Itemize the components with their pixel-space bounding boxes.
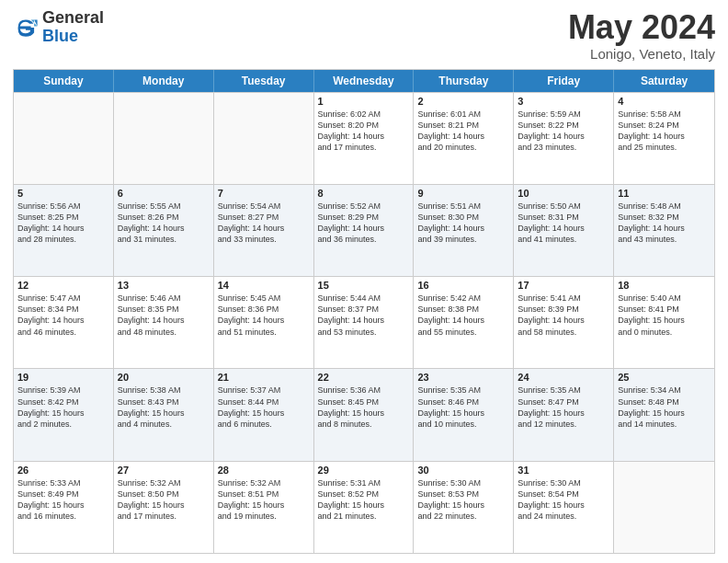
day-number: 23 xyxy=(417,372,509,383)
day-number: 22 xyxy=(318,372,410,383)
day-cell-12: 12Sunrise: 5:47 AM Sunset: 8:34 PM Dayli… xyxy=(14,277,114,368)
calendar-body: 1Sunrise: 6:02 AM Sunset: 8:20 PM Daylig… xyxy=(14,92,714,553)
header-cell-monday: Monday xyxy=(114,70,214,92)
day-number: 3 xyxy=(518,96,609,107)
day-cell-15: 15Sunrise: 5:44 AM Sunset: 8:37 PM Dayli… xyxy=(314,277,415,368)
day-info: Sunrise: 5:35 AM Sunset: 8:47 PM Dayligh… xyxy=(518,385,609,430)
day-info: Sunrise: 5:44 AM Sunset: 8:37 PM Dayligh… xyxy=(318,293,410,338)
day-info: Sunrise: 5:30 AM Sunset: 8:53 PM Dayligh… xyxy=(417,477,509,523)
day-info: Sunrise: 5:30 AM Sunset: 8:54 PM Dayligh… xyxy=(518,477,609,523)
day-info: Sunrise: 5:59 AM Sunset: 8:22 PM Dayligh… xyxy=(518,109,609,154)
page: General Blue May 2024 Lonigo, Veneto, It… xyxy=(0,0,728,563)
day-number: 7 xyxy=(218,188,310,199)
day-number: 10 xyxy=(518,188,609,199)
day-info: Sunrise: 5:32 AM Sunset: 8:50 PM Dayligh… xyxy=(118,477,210,523)
day-info: Sunrise: 5:54 AM Sunset: 8:27 PM Dayligh… xyxy=(218,201,310,246)
day-number: 29 xyxy=(318,465,410,476)
day-info: Sunrise: 5:31 AM Sunset: 8:52 PM Dayligh… xyxy=(318,477,410,523)
day-cell-7: 7Sunrise: 5:54 AM Sunset: 8:27 PM Daylig… xyxy=(214,185,314,276)
day-cell-4: 4Sunrise: 5:58 AM Sunset: 8:24 PM Daylig… xyxy=(614,93,714,184)
day-number: 9 xyxy=(417,188,509,199)
day-cell-2: 2Sunrise: 6:01 AM Sunset: 8:21 PM Daylig… xyxy=(414,93,514,184)
day-cell-22: 22Sunrise: 5:36 AM Sunset: 8:45 PM Dayli… xyxy=(314,369,415,460)
day-cell-30: 30Sunrise: 5:30 AM Sunset: 8:53 PM Dayli… xyxy=(414,462,514,553)
day-number: 1 xyxy=(318,96,410,107)
day-cell-6: 6Sunrise: 5:55 AM Sunset: 8:26 PM Daylig… xyxy=(114,185,214,276)
calendar-row-3: 12Sunrise: 5:47 AM Sunset: 8:34 PM Dayli… xyxy=(14,276,714,368)
day-number: 13 xyxy=(118,280,210,291)
day-info: Sunrise: 5:48 AM Sunset: 8:32 PM Dayligh… xyxy=(618,201,711,246)
header-cell-tuesday: Tuesday xyxy=(214,70,314,92)
day-cell-29: 29Sunrise: 5:31 AM Sunset: 8:52 PM Dayli… xyxy=(314,462,415,553)
day-info: Sunrise: 5:58 AM Sunset: 8:24 PM Dayligh… xyxy=(618,109,711,154)
day-number: 15 xyxy=(318,280,410,291)
day-info: Sunrise: 5:39 AM Sunset: 8:42 PM Dayligh… xyxy=(17,385,109,430)
empty-cell xyxy=(614,462,714,553)
calendar-row-1: 1Sunrise: 6:02 AM Sunset: 8:20 PM Daylig… xyxy=(14,92,714,184)
calendar-row-2: 5Sunrise: 5:56 AM Sunset: 8:25 PM Daylig… xyxy=(14,184,714,276)
logo-line2: Blue xyxy=(42,28,104,46)
logo: General Blue xyxy=(13,9,104,46)
day-info: Sunrise: 5:38 AM Sunset: 8:43 PM Dayligh… xyxy=(118,385,210,430)
day-number: 5 xyxy=(17,188,109,199)
day-cell-27: 27Sunrise: 5:32 AM Sunset: 8:50 PM Dayli… xyxy=(114,462,214,553)
day-info: Sunrise: 5:37 AM Sunset: 8:44 PM Dayligh… xyxy=(218,385,310,430)
day-number: 20 xyxy=(118,372,210,383)
day-info: Sunrise: 5:52 AM Sunset: 8:29 PM Dayligh… xyxy=(318,201,410,246)
day-number: 2 xyxy=(417,96,509,107)
day-cell-9: 9Sunrise: 5:51 AM Sunset: 8:30 PM Daylig… xyxy=(414,185,514,276)
day-info: Sunrise: 5:34 AM Sunset: 8:48 PM Dayligh… xyxy=(618,385,711,430)
header-cell-wednesday: Wednesday xyxy=(314,70,415,92)
day-number: 4 xyxy=(618,96,711,107)
day-number: 14 xyxy=(218,280,310,291)
day-cell-5: 5Sunrise: 5:56 AM Sunset: 8:25 PM Daylig… xyxy=(14,185,114,276)
calendar-row-5: 26Sunrise: 5:33 AM Sunset: 8:49 PM Dayli… xyxy=(14,461,714,553)
day-number: 26 xyxy=(17,465,109,476)
day-number: 8 xyxy=(318,188,410,199)
header-cell-friday: Friday xyxy=(514,70,614,92)
empty-cell xyxy=(114,93,214,184)
logo-text: General Blue xyxy=(42,9,104,46)
calendar-header: SundayMondayTuesdayWednesdayThursdayFrid… xyxy=(14,70,714,92)
day-number: 28 xyxy=(218,465,310,476)
day-cell-10: 10Sunrise: 5:50 AM Sunset: 8:31 PM Dayli… xyxy=(514,185,614,276)
day-number: 11 xyxy=(618,188,711,199)
day-info: Sunrise: 5:56 AM Sunset: 8:25 PM Dayligh… xyxy=(17,201,109,246)
day-number: 12 xyxy=(17,280,109,291)
day-cell-18: 18Sunrise: 5:40 AM Sunset: 8:41 PM Dayli… xyxy=(614,277,714,368)
day-info: Sunrise: 5:50 AM Sunset: 8:31 PM Dayligh… xyxy=(518,201,609,246)
calendar-subtitle: Lonigo, Veneto, Italy xyxy=(568,46,715,62)
day-info: Sunrise: 5:46 AM Sunset: 8:35 PM Dayligh… xyxy=(118,293,210,338)
day-info: Sunrise: 6:01 AM Sunset: 8:21 PM Dayligh… xyxy=(417,109,509,154)
title-block: May 2024 Lonigo, Veneto, Italy xyxy=(568,9,715,62)
day-info: Sunrise: 5:33 AM Sunset: 8:49 PM Dayligh… xyxy=(17,477,109,523)
header: General Blue May 2024 Lonigo, Veneto, It… xyxy=(13,9,715,62)
day-info: Sunrise: 5:32 AM Sunset: 8:51 PM Dayligh… xyxy=(218,477,310,523)
day-cell-17: 17Sunrise: 5:41 AM Sunset: 8:39 PM Dayli… xyxy=(514,277,614,368)
day-cell-31: 31Sunrise: 5:30 AM Sunset: 8:54 PM Dayli… xyxy=(514,462,614,553)
day-info: Sunrise: 5:55 AM Sunset: 8:26 PM Dayligh… xyxy=(118,201,210,246)
day-number: 19 xyxy=(17,372,109,383)
day-number: 16 xyxy=(417,280,509,291)
calendar: SundayMondayTuesdayWednesdayThursdayFrid… xyxy=(13,69,715,554)
day-number: 21 xyxy=(218,372,310,383)
day-number: 31 xyxy=(518,465,609,476)
day-cell-26: 26Sunrise: 5:33 AM Sunset: 8:49 PM Dayli… xyxy=(14,462,114,553)
header-cell-sunday: Sunday xyxy=(14,70,114,92)
day-number: 18 xyxy=(618,280,711,291)
empty-cell xyxy=(214,93,314,184)
day-info: Sunrise: 5:41 AM Sunset: 8:39 PM Dayligh… xyxy=(518,293,609,338)
day-number: 30 xyxy=(417,465,509,476)
day-cell-28: 28Sunrise: 5:32 AM Sunset: 8:51 PM Dayli… xyxy=(214,462,314,553)
day-cell-24: 24Sunrise: 5:35 AM Sunset: 8:47 PM Dayli… xyxy=(514,369,614,460)
calendar-title: May 2024 xyxy=(568,9,715,46)
day-info: Sunrise: 5:35 AM Sunset: 8:46 PM Dayligh… xyxy=(417,385,509,430)
day-number: 27 xyxy=(118,465,210,476)
day-cell-14: 14Sunrise: 5:45 AM Sunset: 8:36 PM Dayli… xyxy=(214,277,314,368)
calendar-row-4: 19Sunrise: 5:39 AM Sunset: 8:42 PM Dayli… xyxy=(14,368,714,460)
day-cell-16: 16Sunrise: 5:42 AM Sunset: 8:38 PM Dayli… xyxy=(414,277,514,368)
day-info: Sunrise: 5:45 AM Sunset: 8:36 PM Dayligh… xyxy=(218,293,310,338)
logo-line1: General xyxy=(42,9,104,28)
day-cell-11: 11Sunrise: 5:48 AM Sunset: 8:32 PM Dayli… xyxy=(614,185,714,276)
day-cell-20: 20Sunrise: 5:38 AM Sunset: 8:43 PM Dayli… xyxy=(114,369,214,460)
